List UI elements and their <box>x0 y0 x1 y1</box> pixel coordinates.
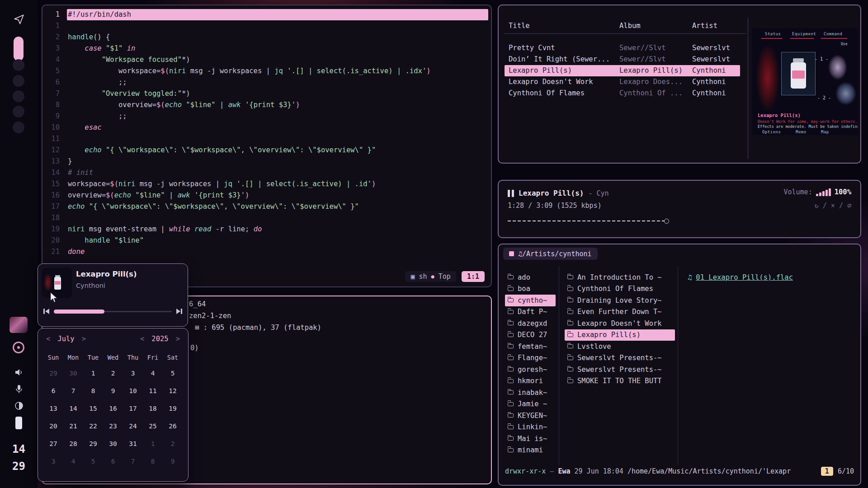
file-item[interactable]: Sewerslvt Presents-~ <box>565 364 675 375</box>
calendar-day[interactable]: 30 <box>63 365 83 382</box>
file-item[interactable]: goresh~ <box>505 364 556 375</box>
calendar-day[interactable]: 1 <box>83 365 103 382</box>
calendar-day[interactable]: 4 <box>143 365 163 382</box>
file-item[interactable]: DECO 27 <box>505 329 556 341</box>
microphone-button[interactable] <box>14 384 24 394</box>
file-item[interactable]: Sewerslvt Presents-~ <box>565 352 675 364</box>
file-item[interactable]: boa <box>505 283 556 295</box>
file-item[interactable]: Lvstlove <box>565 341 675 352</box>
calendar-day[interactable]: 28 <box>63 435 83 453</box>
calendar-day[interactable]: 22 <box>83 418 103 435</box>
calendar-day[interactable]: 29 <box>83 435 103 453</box>
editor-line[interactable]: 11 <box>42 133 488 145</box>
editor-line[interactable]: 21done <box>42 246 488 258</box>
editor-line[interactable]: 18 <box>42 212 488 224</box>
calendar-day[interactable]: 6 <box>103 453 123 470</box>
file-item[interactable]: dazegxd <box>505 318 556 329</box>
calendar-day[interactable]: 3 <box>43 453 63 470</box>
previous-button[interactable] <box>43 309 49 314</box>
workspace-dot[interactable] <box>13 122 24 133</box>
calendar-day[interactable]: 31 <box>123 435 143 453</box>
calendar-day[interactable]: 23 <box>103 418 123 435</box>
file-item[interactable]: inabak~ <box>505 387 556 399</box>
calendar-day[interactable]: 14 <box>63 400 83 418</box>
calendar-day[interactable]: 26 <box>163 418 183 435</box>
file-item[interactable]: Daft P~ <box>505 306 556 318</box>
seek-knob[interactable] <box>664 219 669 224</box>
calendar-day[interactable]: 7 <box>123 453 143 470</box>
file-item[interactable]: femtan~ <box>505 341 556 352</box>
calendar-day[interactable]: 12 <box>163 382 183 400</box>
workspace-dot[interactable] <box>13 75 24 87</box>
playlist-row[interactable]: Lexapro Pill(s)Lexapro Pill(s)Cynthoni <box>505 65 740 76</box>
night-light-button[interactable] <box>14 401 24 411</box>
file-item[interactable]: Cynthoni Of Flames <box>565 283 675 295</box>
file-item[interactable]: hkmori <box>505 375 556 387</box>
file-item[interactable]: Flange~ <box>505 352 556 364</box>
calendar-day[interactable]: 16 <box>103 400 123 418</box>
music-disc-icon[interactable] <box>13 342 24 353</box>
file-item[interactable]: Mai is~ <box>505 433 556 445</box>
tab-path[interactable]: ♫/Artists/cynthoni <box>503 248 598 260</box>
calendar-day[interactable]: 4 <box>63 453 83 470</box>
editor-line[interactable]: 1#!/usr/bin/dash <box>42 9 488 20</box>
editor-line[interactable]: 8 overview=$(echo "$line" | awk '{print … <box>42 99 488 111</box>
file-item[interactable]: SMOKE IT TO THE BUTT <box>565 375 675 387</box>
editor-line[interactable]: 13} <box>42 156 488 167</box>
calendar-day[interactable]: 1 <box>143 435 163 453</box>
volume-button[interactable] <box>13 367 25 378</box>
next-year-button[interactable]: > <box>176 335 180 343</box>
editor-line[interactable]: 14# init <box>42 167 488 178</box>
calendar-day[interactable]: 8 <box>143 453 163 470</box>
seek-bar[interactable] <box>508 219 851 223</box>
file-item[interactable]: cyntho~ <box>505 295 556 306</box>
editor-line[interactable]: 15workspace=$(niri msg -j workspaces | j… <box>42 178 488 190</box>
calendar-day[interactable]: 20 <box>43 418 63 435</box>
volume-bars-icon[interactable] <box>816 188 831 196</box>
calendar-day[interactable]: 21 <box>63 418 83 435</box>
prev-year-button[interactable]: < <box>140 335 144 343</box>
pause-icon[interactable] <box>508 190 514 197</box>
calendar-day[interactable]: 27 <box>43 435 63 453</box>
file-item[interactable]: Draining Love Story~ <box>565 295 675 306</box>
calendar-day[interactable]: 8 <box>83 382 103 400</box>
calendar-day[interactable]: 2 <box>163 435 183 453</box>
editor-line[interactable]: 1 <box>42 20 488 32</box>
editor-line[interactable]: 12 echo "{ \"workspace\": \"$workspace\"… <box>42 145 488 156</box>
calendar-day[interactable]: 30 <box>103 435 123 453</box>
file-item[interactable]: An Introduction To ~ <box>565 272 675 283</box>
editor-line[interactable]: 7 "Overview toggled:"*) <box>42 88 488 99</box>
editor-line[interactable]: 17echo "{ \"workspace\": \"$workspace\",… <box>42 201 488 212</box>
file-item[interactable]: ♫01 Lexapro Pill(s).flac <box>685 272 855 283</box>
editor-line[interactable]: 5 workspace=$(niri msg -j workspaces | j… <box>42 66 488 77</box>
file-item[interactable]: minami <box>505 445 556 456</box>
launcher-button[interactable] <box>12 13 26 26</box>
workspace-dot[interactable] <box>13 106 24 117</box>
calendar-day[interactable]: 29 <box>43 365 63 382</box>
editor-line[interactable]: 10 esac <box>42 122 488 133</box>
next-month-button[interactable]: > <box>82 335 86 343</box>
editor-line[interactable]: 3 case "$1" in <box>42 43 488 54</box>
file-item[interactable]: Jamie ~ <box>505 399 556 410</box>
calendar-day[interactable]: 5 <box>83 453 103 470</box>
file-item[interactable]: Lexapro Doesn't Work <box>565 318 675 329</box>
file-item[interactable]: KEYGEN~ <box>505 410 556 422</box>
calendar-day[interactable]: 18 <box>143 400 163 418</box>
next-button[interactable] <box>176 309 182 314</box>
calendar-day[interactable]: 13 <box>43 400 63 418</box>
calendar-day[interactable]: 11 <box>143 382 163 400</box>
calendar-day[interactable]: 6 <box>43 382 63 400</box>
playlist-row[interactable]: Cynthoni Of FlamesCynthoni Of ...Cynthon… <box>505 88 740 99</box>
editor-line[interactable]: 6 ;; <box>42 77 488 88</box>
playlist-row[interactable]: Doin’ It Right (Sewer...Sewer//SlvtSewer… <box>505 54 740 65</box>
playlist-row[interactable]: Lexapro Doesn't WorkLexapro Does...Cynth… <box>505 76 740 88</box>
playlist-row[interactable]: Pretty CvntSewer//SlvtSewerslvt <box>505 42 740 54</box>
prev-month-button[interactable]: < <box>46 335 50 343</box>
calendar-day[interactable]: 25 <box>143 418 163 435</box>
editor-line[interactable]: 20 handle "$line" <box>42 235 488 246</box>
wallpaper-thumbnail[interactable] <box>9 317 28 333</box>
workspace-indicator-active[interactable] <box>14 37 24 61</box>
editor-line[interactable]: 2handle() { <box>42 32 488 43</box>
playback-progress[interactable] <box>54 309 172 314</box>
editor-line[interactable]: 9 ;; <box>42 111 488 122</box>
